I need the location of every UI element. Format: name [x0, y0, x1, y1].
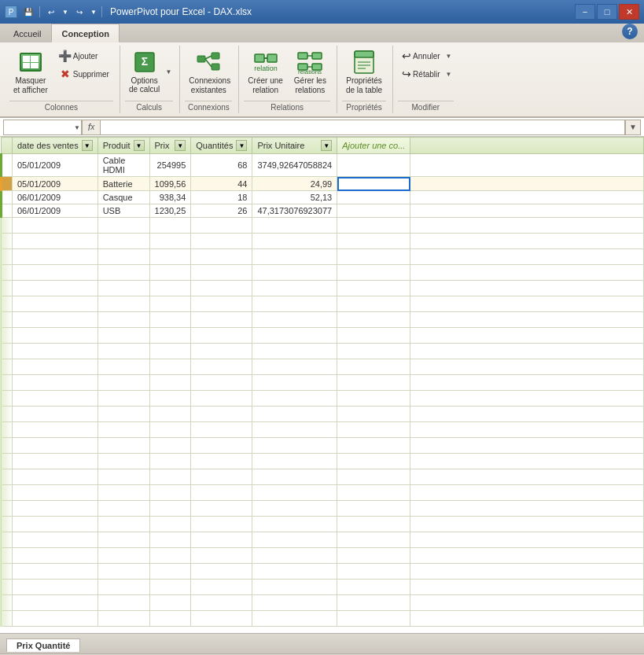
retablir-dropdown[interactable]: ▼ [444, 65, 454, 83]
ajouter-button[interactable]: ➕ Ajouter [55, 47, 113, 64]
cell-date-4[interactable]: 06/01/2009 [13, 204, 98, 218]
formula-expand-button[interactable]: ▼ [625, 120, 641, 135]
cell-produit-2[interactable]: Batterie [98, 177, 149, 191]
cell-prix-unitaire-3[interactable]: 52,13 [252, 191, 337, 204]
empty-row [2, 469, 644, 485]
props-icon [351, 50, 377, 75]
connexions-label: Connexionsexistantes [189, 76, 228, 95]
relations-group-label: Relations [244, 101, 330, 113]
col-header-quantites: Quantités ▼ [191, 138, 252, 154]
undo-dropdown[interactable]: ▼ [61, 5, 70, 19]
undo-button[interactable]: ↩ [43, 5, 59, 19]
cell-extra-3[interactable] [337, 191, 410, 204]
retablir-label: Rétablir [413, 70, 440, 79]
cell-empty-3 [410, 191, 644, 204]
retablir-button[interactable]: ↪ Rétablir [398, 65, 443, 83]
cell-quantites-1[interactable]: 68 [191, 154, 252, 177]
annuler-button[interactable]: ↩ Annuler [398, 47, 443, 64]
sheet-tab-label: Prix Quantité [17, 641, 70, 650]
cell-extra-1[interactable] [337, 154, 410, 177]
masquer-label: Masqueret afficher [13, 76, 48, 95]
svg-rect-2 [197, 56, 205, 62]
sheet-tab-prix-quantite[interactable]: Prix Quantité [6, 638, 80, 652]
produit-filter-btn[interactable]: ▼ [134, 140, 145, 151]
cell-date-3[interactable]: 06/01/2009 [13, 191, 98, 204]
cell-prix-2[interactable]: 1099,56 [149, 177, 191, 191]
table-row: 06/01/2009 Casque 938,34 18 52,13 [2, 191, 644, 204]
cell-quantites-4[interactable]: 26 [191, 204, 252, 218]
connexions-icon-svg [196, 50, 221, 75]
empty-row [2, 218, 644, 234]
quick-access-toolbar: 💾 ↩ ▼ ↪ ▼ [20, 5, 104, 19]
cell-extra-2-editing[interactable] [337, 177, 410, 191]
prix-unitaire-filter-btn[interactable]: ▼ [321, 140, 332, 151]
redo-button[interactable]: ↪ [72, 5, 87, 19]
cell-prix-4[interactable]: 1230,25 [149, 204, 191, 218]
cell-date-1[interactable]: 05/01/2009 [13, 154, 98, 177]
cell-date-2[interactable]: 05/01/2009 [13, 177, 98, 191]
tab-accueil[interactable]: Accueil [3, 25, 51, 42]
empty-row [2, 548, 644, 564]
cell-ref-container: ▼ [3, 120, 82, 135]
row-num-2 [2, 177, 13, 191]
ribbon-group-modifier: ↩ Annuler ▼ ↪ Rétablir ▼ Modifier [395, 46, 459, 113]
cell-prix-unitaire-2[interactable]: 24,99 [252, 177, 337, 191]
cell-produit-4[interactable]: USB [98, 204, 149, 218]
empty-row [2, 391, 644, 407]
formula-input[interactable] [101, 120, 625, 135]
cell-quantites-3[interactable]: 18 [191, 191, 252, 204]
quantites-filter-btn[interactable]: ▼ [236, 140, 247, 151]
options-calcul-button[interactable]: Σ Optionsde calcul [125, 47, 164, 96]
props-icon-svg [351, 50, 377, 75]
quantites-header-content: Quantités ▼ [196, 140, 247, 151]
calculs-content: Σ Optionsde calcul ▼ [125, 47, 173, 98]
cell-prix-3[interactable]: 938,34 [149, 191, 191, 204]
empty-row [2, 454, 644, 469]
cell-prix-unitaire-1[interactable]: 3749,92647058824 [252, 154, 337, 177]
redo-dropdown[interactable]: ▼ [89, 5, 98, 19]
col-header-add[interactable]: Ajouter une co... [337, 138, 410, 154]
gerer-relations-button[interactable]: relations Gérer lesrelations [290, 47, 330, 98]
cell-quantites-2[interactable]: 44 [191, 177, 252, 191]
creer-icon-svg: relation [253, 50, 278, 75]
proprietes-content: Propriétésde la table [342, 47, 386, 98]
cell-reference-input[interactable] [3, 120, 82, 135]
separator-2 [101, 6, 102, 17]
tab-conception[interactable]: Conception [51, 24, 120, 42]
table-row: 05/01/2009 Batterie 1099,56 44 24,99 [2, 177, 644, 191]
connexions-button[interactable]: Connexionsexistantes [185, 47, 232, 98]
empty-row [2, 296, 644, 312]
cell-produit-1[interactable]: Cable HDMI [98, 154, 149, 177]
prix-filter-btn[interactable]: ▼ [175, 140, 186, 151]
svg-text:relations: relations [298, 68, 322, 75]
retablir-icon: ↪ [402, 68, 411, 80]
cell-extra-4[interactable] [337, 204, 410, 218]
masquer-button[interactable]: Masqueret afficher [9, 47, 52, 98]
cell-prix-1[interactable]: 254995 [149, 154, 191, 177]
empty-row [2, 249, 644, 265]
ribbon-group-relations: relation Créer unerelation [241, 46, 337, 113]
annuler-dropdown[interactable]: ▼ [444, 47, 454, 64]
options-label: Optionsde calcul [129, 76, 160, 94]
cell-produit-3[interactable]: Casque [98, 191, 149, 204]
date-filter-btn[interactable]: ▼ [82, 140, 93, 151]
connexions-group-label: Connexions [185, 101, 232, 113]
help-icon[interactable]: ? [622, 24, 638, 39]
cell-prix-unitaire-4[interactable]: 47,3173076923077 [252, 204, 337, 218]
maximize-button[interactable]: □ [597, 4, 617, 20]
empty-row [2, 234, 644, 249]
formula-fx-button[interactable]: fx [82, 120, 101, 135]
supprimer-button[interactable]: ✖ Supprimer [55, 65, 113, 83]
close-button[interactable]: ✕ [619, 4, 639, 20]
ribbon-group-calculs: Σ Optionsde calcul ▼ Calculs [122, 46, 180, 113]
empty-row [2, 532, 644, 548]
minimize-button[interactable]: − [575, 4, 595, 20]
date-header-label: date des ventes [17, 141, 79, 150]
options-calcul-dropdown[interactable]: ▼ [164, 47, 173, 96]
creer-relation-button[interactable]: relation Créer unerelation [244, 47, 286, 98]
calculs-label: Calculs [125, 101, 173, 113]
table-icon-shape [20, 53, 42, 72]
svg-rect-19 [355, 51, 374, 57]
save-button[interactable]: 💾 [20, 5, 36, 19]
proprietes-button[interactable]: Propriétésde la table [342, 47, 386, 98]
